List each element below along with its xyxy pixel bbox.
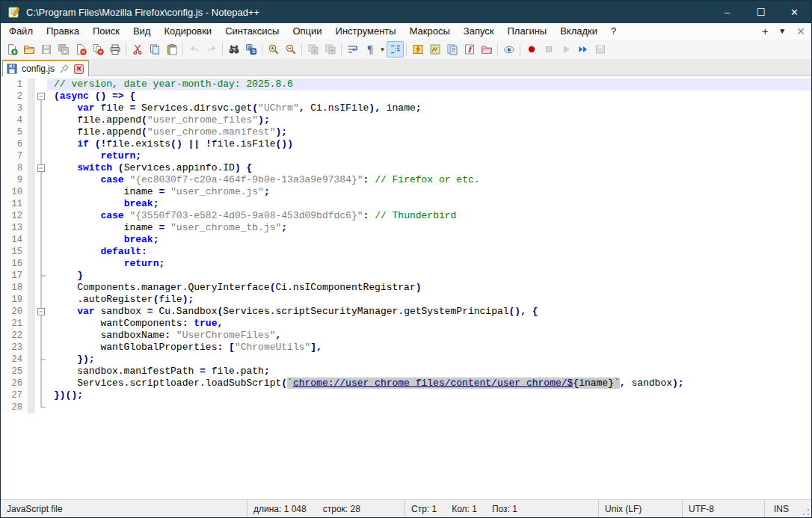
code-text[interactable]: } [47, 270, 811, 282]
code-editor[interactable]: 1// version, date year-month-day: 2025.8… [1, 76, 811, 499]
close-button[interactable]: ✕ [778, 1, 811, 23]
bookmark-margin[interactable] [28, 246, 35, 258]
code-text[interactable]: }); [47, 354, 811, 366]
code-text[interactable]: sandbox.manifestPath = file.path; [47, 366, 811, 377]
code-line[interactable]: 20 var sandbox = Cu.Sandbox(Services.scr… [1, 306, 811, 318]
tab-close-icon[interactable]: ✕ [74, 64, 84, 74]
code-line[interactable]: 23 wantGlobalProperties: ["ChromeUtils"]… [1, 342, 811, 354]
fold-collapse-icon[interactable] [35, 162, 47, 174]
code-text[interactable]: Services.scriptloader.loadSubScript(`chr… [47, 377, 811, 389]
undo-button[interactable] [185, 41, 203, 58]
fold-collapse-icon[interactable] [35, 90, 47, 102]
bookmark-margin[interactable] [28, 150, 35, 162]
code-text[interactable]: switch (Services.appinfo.ID) { [47, 162, 811, 174]
bookmark-margin[interactable] [28, 126, 35, 138]
replace-button[interactable]: ab [242, 41, 259, 58]
bookmark-margin[interactable] [28, 270, 35, 282]
code-line[interactable]: 19 .autoRegister(file); [1, 294, 811, 306]
print-button[interactable] [106, 41, 123, 58]
close-tab-button[interactable]: ✕ [796, 26, 805, 37]
menu-item-вкладки[interactable]: Вкладки [553, 24, 604, 39]
code-line[interactable]: 28 [1, 401, 811, 413]
bookmark-margin[interactable] [28, 366, 35, 377]
new-file-button[interactable] [3, 41, 20, 58]
menu-item-синтаксисы[interactable]: Синтаксисы [218, 24, 286, 39]
word-wrap-button[interactable] [344, 41, 361, 58]
code-text[interactable]: return; [47, 150, 811, 162]
menu-item-файл[interactable]: Файл [2, 24, 40, 39]
code-text[interactable]: var sandbox = Cu.Sandbox(Services.script… [47, 306, 811, 318]
code-line[interactable]: 7 return; [1, 150, 811, 162]
code-text[interactable]: iname = "user_chrome.js"; [47, 186, 811, 198]
code-line[interactable]: 10 iname = "user_chrome.js"; [1, 186, 811, 198]
sync-vertical-button[interactable] [304, 41, 322, 58]
code-text[interactable]: default: [47, 246, 811, 258]
bookmark-margin[interactable] [28, 198, 35, 210]
menu-item-вид[interactable]: Вид [126, 24, 158, 39]
url-link[interactable]: chrome://user_chrome_files/content/user_… [293, 377, 573, 389]
macro-record-button[interactable] [523, 41, 540, 58]
bookmark-margin[interactable] [28, 78, 35, 90]
code-line[interactable]: 14 break; [1, 234, 811, 246]
code-line[interactable]: 22 sandboxName: "UserChromeFiles", [1, 330, 811, 342]
code-text[interactable]: return; [47, 258, 811, 270]
code-text[interactable]: if (!file.exists() || !file.isFile()) [47, 138, 811, 150]
find-button[interactable] [225, 41, 242, 58]
macro-stop-button[interactable] [540, 41, 557, 58]
code-text[interactable]: })(); [47, 389, 811, 401]
code-text[interactable]: file.append("user_chrome_files"); [47, 114, 811, 126]
bookmark-margin[interactable] [28, 377, 35, 389]
menu-item-инструменты[interactable]: Инструменты [329, 24, 403, 39]
code-line[interactable]: 26 Services.scriptloader.loadSubScript(`… [1, 377, 811, 389]
code-text[interactable]: // version, date year-month-day: 2025.8.… [47, 78, 811, 90]
sync-horizontal-button[interactable] [322, 41, 339, 58]
bookmark-margin[interactable] [28, 318, 35, 330]
folder-workspace-button[interactable] [478, 41, 495, 58]
code-text[interactable]: wantGlobalProperties: ["ChromeUtils"], [47, 342, 811, 354]
bookmark-margin[interactable] [28, 210, 35, 222]
close-all-button[interactable] [89, 41, 106, 58]
code-line[interactable]: 3 var file = Services.dirsvc.get("UChrm"… [1, 102, 811, 114]
code-line[interactable]: 15 default: [1, 246, 811, 258]
menu-item-поиск[interactable]: Поиск [86, 24, 126, 39]
code-line[interactable]: 24 }); [1, 354, 811, 366]
code-line[interactable]: 6 if (!file.exists() || !file.isFile()) [1, 138, 811, 150]
tab-config.js[interactable]: config.js✕ [2, 60, 89, 76]
maximize-button[interactable]: ☐ [744, 1, 778, 23]
code-line[interactable]: 27})(); [1, 389, 811, 401]
indent-guide-button[interactable] [387, 41, 404, 58]
menu-item-правка[interactable]: Правка [40, 24, 86, 39]
show-all-chars-button[interactable]: ¶ [361, 41, 378, 58]
document-list-button[interactable] [443, 41, 461, 58]
code-line[interactable]: 8 switch (Services.appinfo.ID) { [1, 162, 811, 174]
bookmark-margin[interactable] [28, 330, 35, 342]
monitoring-button[interactable] [500, 41, 517, 58]
save-button[interactable] [37, 41, 55, 58]
menu-item-запуск[interactable]: Запуск [457, 24, 501, 39]
code-line[interactable]: 1// version, date year-month-day: 2025.8… [1, 78, 811, 90]
menu-item-?[interactable]: ? [604, 24, 623, 39]
bookmark-margin[interactable] [28, 389, 35, 401]
code-text[interactable] [47, 401, 811, 413]
code-text[interactable]: Components.manager.QueryInterface(Ci.nsI… [47, 282, 811, 294]
macro-play-button[interactable] [557, 41, 574, 58]
bookmark-margin[interactable] [28, 342, 35, 354]
code-line[interactable]: 5 file.append("user_chrome.manifest"); [1, 126, 811, 138]
code-text[interactable]: iname = "user_chrome_tb.js"; [47, 222, 811, 234]
redo-button[interactable] [203, 41, 220, 58]
bookmark-margin[interactable] [28, 222, 35, 234]
bookmark-margin[interactable] [28, 186, 35, 198]
code-line[interactable]: 13 iname = "user_chrome_tb.js"; [1, 222, 811, 234]
bookmark-margin[interactable] [28, 306, 35, 318]
code-text[interactable]: wantComponents: true, [47, 318, 811, 330]
macro-run-multiple-button[interactable] [574, 41, 591, 58]
minimize-button[interactable]: – [710, 1, 744, 23]
menu-item-плагины[interactable]: Плагины [501, 24, 554, 39]
code-line[interactable]: 2(async () => { [1, 90, 811, 102]
bookmark-margin[interactable] [28, 90, 35, 102]
macro-save-button[interactable] [591, 41, 609, 58]
code-line[interactable]: 25 sandbox.manifestPath = file.path; [1, 366, 811, 377]
code-line[interactable]: 12 case "{3550f703-e582-4d05-9a08-453d09… [1, 210, 811, 222]
code-text[interactable]: case "{3550f703-e582-4d05-9a08-453d09bdf… [47, 210, 811, 222]
bookmark-margin[interactable] [28, 258, 35, 270]
